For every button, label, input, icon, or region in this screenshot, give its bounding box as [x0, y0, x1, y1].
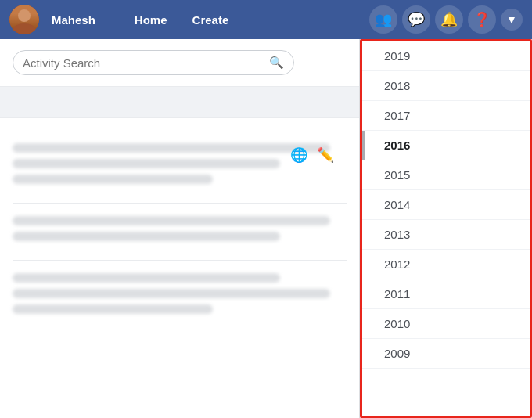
year-item-2010[interactable]: 2010: [362, 309, 530, 339]
blurred-text-3: [13, 175, 213, 184]
filter-bar: [0, 87, 359, 118]
avatar[interactable]: [9, 5, 39, 34]
edit-icon[interactable]: ✏️: [317, 146, 334, 164]
year-item-2017[interactable]: 2017: [362, 101, 530, 131]
year-item-2012[interactable]: 2012: [362, 250, 530, 279]
friends-icon-btn[interactable]: 👥: [369, 5, 397, 34]
blurred-text-7: [13, 289, 330, 298]
nav-create[interactable]: Create: [182, 9, 240, 31]
year-item-2009[interactable]: 2009: [362, 339, 530, 369]
search-box[interactable]: 🔍: [13, 50, 294, 75]
search-icon: 🔍: [269, 56, 284, 70]
main-area: 🔍 🌐 ✏️: [0, 39, 532, 418]
nav-home[interactable]: Home: [124, 9, 178, 31]
year-dropdown-panel: 2019 2018 2017 2016 2015 2014 2013 2012 …: [360, 39, 532, 418]
nav-links: Home Create: [124, 9, 239, 31]
year-item-2019[interactable]: 2019: [362, 41, 530, 71]
search-area: 🔍: [0, 39, 359, 87]
blurred-text-4: [13, 216, 330, 225]
post-icons-1: 🌐 ✏️: [290, 146, 334, 164]
nav-left: Mahesh Home Create: [9, 5, 239, 34]
blurred-text-5: [13, 232, 280, 241]
year-item-2018[interactable]: 2018: [362, 71, 530, 101]
notifications-icon: 🔔: [440, 11, 458, 28]
messenger-icon: 💬: [408, 11, 425, 28]
navbar: Mahesh Home Create 👥 💬 🔔 ❓ ▼: [0, 0, 532, 39]
post-block-2: [13, 204, 347, 261]
year-item-2016[interactable]: 2016: [362, 131, 530, 160]
year-list: 2019 2018 2017 2016 2015 2014 2013 2012 …: [362, 41, 530, 369]
year-item-2014[interactable]: 2014: [362, 190, 530, 220]
help-icon-btn[interactable]: ❓: [468, 5, 496, 34]
year-item-2015[interactable]: 2015: [362, 160, 530, 190]
blurred-text-6: [13, 273, 280, 283]
messenger-icon-btn[interactable]: 💬: [402, 5, 430, 34]
year-item-2011[interactable]: 2011: [362, 279, 530, 309]
blurred-text-1: [13, 143, 330, 153]
content-area: 🌐 ✏️: [0, 118, 359, 346]
left-panel: 🔍 🌐 ✏️: [0, 39, 360, 418]
friends-icon: 👥: [375, 11, 392, 28]
blurred-text-2: [13, 159, 280, 168]
nav-right: 👥 💬 🔔 ❓ ▼: [369, 5, 523, 34]
nav-username[interactable]: Mahesh: [52, 13, 95, 27]
post-block-3: [13, 261, 347, 333]
year-item-2013[interactable]: 2013: [362, 220, 530, 250]
help-icon: ❓: [473, 11, 491, 28]
blurred-text-8: [13, 304, 213, 314]
nav-dropdown-btn[interactable]: ▼: [501, 9, 523, 31]
search-input[interactable]: [23, 56, 269, 70]
notifications-icon-btn[interactable]: 🔔: [435, 5, 463, 34]
post-block-1: 🌐 ✏️: [13, 131, 347, 204]
dropdown-chevron-icon: ▼: [506, 13, 517, 26]
globe-icon: 🌐: [290, 146, 307, 164]
